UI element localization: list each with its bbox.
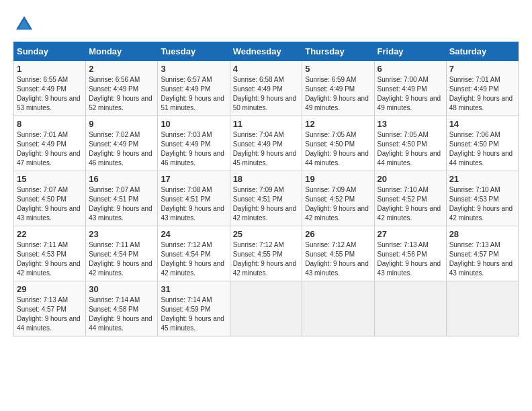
day-number: 20 xyxy=(378,174,443,184)
day-number: 24 xyxy=(161,229,226,239)
day-number: 3 xyxy=(161,64,226,74)
calendar-cell: 25 Sunrise: 7:12 AMSunset: 4:55 PMDaylig… xyxy=(230,226,302,281)
week-row-1: 1 Sunrise: 6:55 AMSunset: 4:49 PMDayligh… xyxy=(14,61,519,116)
day-info: Sunrise: 7:01 AMSunset: 4:49 PMDaylight:… xyxy=(449,76,513,111)
calendar-cell: 19 Sunrise: 7:09 AMSunset: 4:52 PMDaylig… xyxy=(302,171,374,226)
day-number: 6 xyxy=(378,64,443,74)
day-info: Sunrise: 7:12 AMSunset: 4:55 PMDaylight:… xyxy=(305,241,369,277)
calendar-cell: 23 Sunrise: 7:11 AMSunset: 4:54 PMDaylig… xyxy=(86,226,158,281)
calendar-cell: 4 Sunrise: 6:58 AMSunset: 4:49 PMDayligh… xyxy=(230,61,302,116)
day-number: 28 xyxy=(449,229,515,239)
calendar-cell: 22 Sunrise: 7:11 AMSunset: 4:53 PMDaylig… xyxy=(14,226,86,281)
day-info: Sunrise: 7:10 AMSunset: 4:53 PMDaylight:… xyxy=(449,186,513,222)
day-info: Sunrise: 7:05 AMSunset: 4:50 PMDaylight:… xyxy=(305,131,369,167)
header-cell-saturday: Saturday xyxy=(446,42,518,61)
calendar-cell xyxy=(230,281,302,336)
day-number: 12 xyxy=(305,119,371,129)
calendar-cell: 15 Sunrise: 7:07 AMSunset: 4:50 PMDaylig… xyxy=(14,171,86,226)
header-cell-sunday: Sunday xyxy=(14,42,86,61)
week-row-2: 8 Sunrise: 7:01 AMSunset: 4:49 PMDayligh… xyxy=(14,116,519,171)
day-number: 11 xyxy=(233,119,300,129)
day-number: 13 xyxy=(378,119,443,129)
day-number: 14 xyxy=(449,119,515,129)
day-info: Sunrise: 7:11 AMSunset: 4:54 PMDaylight:… xyxy=(89,241,152,277)
calendar-cell: 30 Sunrise: 7:14 AMSunset: 4:58 PMDaylig… xyxy=(86,281,158,336)
day-number: 8 xyxy=(17,119,83,129)
day-number: 25 xyxy=(233,229,300,239)
day-info: Sunrise: 7:05 AMSunset: 4:50 PMDaylight:… xyxy=(378,131,441,167)
day-info: Sunrise: 7:14 AMSunset: 4:58 PMDaylight:… xyxy=(89,296,152,332)
logo xyxy=(13,13,38,35)
logo-icon xyxy=(13,13,35,35)
calendar-cell: 1 Sunrise: 6:55 AMSunset: 4:49 PMDayligh… xyxy=(14,61,86,116)
calendar-cell: 3 Sunrise: 6:57 AMSunset: 4:49 PMDayligh… xyxy=(158,61,230,116)
day-number: 5 xyxy=(305,64,371,74)
day-number: 29 xyxy=(17,284,83,294)
calendar-cell: 2 Sunrise: 6:56 AMSunset: 4:49 PMDayligh… xyxy=(86,61,158,116)
day-info: Sunrise: 7:14 AMSunset: 4:59 PMDaylight:… xyxy=(161,296,224,332)
page-header xyxy=(13,13,519,35)
header-cell-monday: Monday xyxy=(86,42,158,61)
day-info: Sunrise: 7:03 AMSunset: 4:49 PMDaylight:… xyxy=(161,131,224,167)
calendar-cell: 9 Sunrise: 7:02 AMSunset: 4:49 PMDayligh… xyxy=(86,116,158,171)
day-number: 15 xyxy=(17,174,83,184)
day-info: Sunrise: 7:09 AMSunset: 4:51 PMDaylight:… xyxy=(233,186,297,222)
day-info: Sunrise: 7:06 AMSunset: 4:50 PMDaylight:… xyxy=(449,131,513,167)
day-info: Sunrise: 7:13 AMSunset: 4:56 PMDaylight:… xyxy=(378,241,441,277)
calendar-cell: 21 Sunrise: 7:10 AMSunset: 4:53 PMDaylig… xyxy=(446,171,518,226)
calendar-table: SundayMondayTuesdayWednesdayThursdayFrid… xyxy=(13,42,519,336)
day-number: 30 xyxy=(89,284,154,294)
calendar-cell: 27 Sunrise: 7:13 AMSunset: 4:56 PMDaylig… xyxy=(374,226,446,281)
day-info: Sunrise: 7:07 AMSunset: 4:50 PMDaylight:… xyxy=(17,186,81,222)
calendar-cell: 16 Sunrise: 7:07 AMSunset: 4:51 PMDaylig… xyxy=(86,171,158,226)
header-cell-thursday: Thursday xyxy=(302,42,374,61)
day-number: 10 xyxy=(161,119,226,129)
day-info: Sunrise: 7:00 AMSunset: 4:49 PMDaylight:… xyxy=(378,76,441,111)
calendar-cell: 6 Sunrise: 7:00 AMSunset: 4:49 PMDayligh… xyxy=(374,61,446,116)
calendar-cell: 10 Sunrise: 7:03 AMSunset: 4:49 PMDaylig… xyxy=(158,116,230,171)
day-number: 17 xyxy=(161,174,226,184)
calendar-cell: 26 Sunrise: 7:12 AMSunset: 4:55 PMDaylig… xyxy=(302,226,374,281)
day-number: 1 xyxy=(17,64,83,74)
calendar-cell: 31 Sunrise: 7:14 AMSunset: 4:59 PMDaylig… xyxy=(158,281,230,336)
calendar-cell: 12 Sunrise: 7:05 AMSunset: 4:50 PMDaylig… xyxy=(302,116,374,171)
day-info: Sunrise: 6:57 AMSunset: 4:49 PMDaylight:… xyxy=(161,76,224,111)
day-info: Sunrise: 7:08 AMSunset: 4:51 PMDaylight:… xyxy=(161,186,224,222)
day-info: Sunrise: 7:13 AMSunset: 4:57 PMDaylight:… xyxy=(17,296,81,332)
day-number: 19 xyxy=(305,174,371,184)
calendar-header: SundayMondayTuesdayWednesdayThursdayFrid… xyxy=(14,42,519,61)
calendar-cell: 24 Sunrise: 7:12 AMSunset: 4:54 PMDaylig… xyxy=(158,226,230,281)
week-row-5: 29 Sunrise: 7:13 AMSunset: 4:57 PMDaylig… xyxy=(14,281,519,336)
calendar-cell: 20 Sunrise: 7:10 AMSunset: 4:52 PMDaylig… xyxy=(374,171,446,226)
calendar-cell: 7 Sunrise: 7:01 AMSunset: 4:49 PMDayligh… xyxy=(446,61,518,116)
day-info: Sunrise: 7:13 AMSunset: 4:57 PMDaylight:… xyxy=(449,241,513,277)
calendar-cell: 13 Sunrise: 7:05 AMSunset: 4:50 PMDaylig… xyxy=(374,116,446,171)
calendar-cell: 11 Sunrise: 7:04 AMSunset: 4:49 PMDaylig… xyxy=(230,116,302,171)
calendar-cell: 5 Sunrise: 6:59 AMSunset: 4:49 PMDayligh… xyxy=(302,61,374,116)
calendar-cell: 28 Sunrise: 7:13 AMSunset: 4:57 PMDaylig… xyxy=(446,226,518,281)
header-cell-wednesday: Wednesday xyxy=(230,42,302,61)
day-number: 18 xyxy=(233,174,300,184)
calendar-cell xyxy=(446,281,518,336)
calendar-body: 1 Sunrise: 6:55 AMSunset: 4:49 PMDayligh… xyxy=(14,61,519,336)
header-row: SundayMondayTuesdayWednesdayThursdayFrid… xyxy=(14,42,519,61)
day-number: 4 xyxy=(233,64,300,74)
calendar-cell: 18 Sunrise: 7:09 AMSunset: 4:51 PMDaylig… xyxy=(230,171,302,226)
day-info: Sunrise: 6:55 AMSunset: 4:49 PMDaylight:… xyxy=(17,76,81,111)
day-number: 26 xyxy=(305,229,371,239)
day-info: Sunrise: 7:02 AMSunset: 4:49 PMDaylight:… xyxy=(89,131,152,167)
day-number: 27 xyxy=(378,229,443,239)
day-info: Sunrise: 6:56 AMSunset: 4:49 PMDaylight:… xyxy=(89,76,152,111)
day-number: 2 xyxy=(89,64,154,74)
week-row-3: 15 Sunrise: 7:07 AMSunset: 4:50 PMDaylig… xyxy=(14,171,519,226)
calendar-cell: 29 Sunrise: 7:13 AMSunset: 4:57 PMDaylig… xyxy=(14,281,86,336)
day-info: Sunrise: 7:07 AMSunset: 4:51 PMDaylight:… xyxy=(89,186,152,222)
calendar-cell xyxy=(302,281,374,336)
header-cell-friday: Friday xyxy=(374,42,446,61)
day-info: Sunrise: 6:59 AMSunset: 4:49 PMDaylight:… xyxy=(305,76,369,111)
day-info: Sunrise: 7:09 AMSunset: 4:52 PMDaylight:… xyxy=(305,186,369,222)
day-number: 31 xyxy=(161,284,226,294)
day-number: 23 xyxy=(89,229,154,239)
header-cell-tuesday: Tuesday xyxy=(158,42,230,61)
day-info: Sunrise: 7:11 AMSunset: 4:53 PMDaylight:… xyxy=(17,241,81,277)
